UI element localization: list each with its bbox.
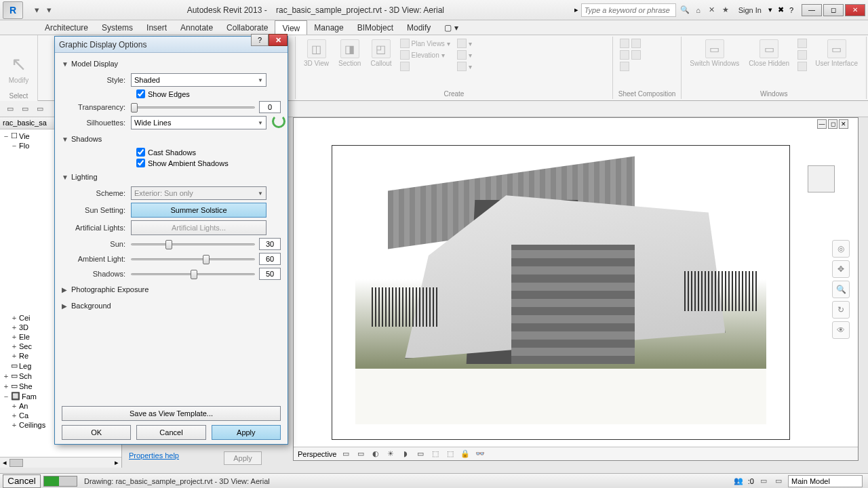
- tb-icon[interactable]: ▭: [34, 103, 46, 115]
- tile-icon[interactable]: [796, 61, 808, 72]
- view-min-icon[interactable]: —: [817, 119, 827, 129]
- apply-button[interactable]: Apply: [212, 425, 281, 440]
- checkbox[interactable]: [136, 89, 145, 98]
- close-hidden-button[interactable]: ▭Close Hidden: [746, 38, 792, 68]
- checkbox[interactable]: [136, 148, 145, 157]
- properties-apply-button[interactable]: Apply: [224, 451, 262, 465]
- status-cancel-button[interactable]: Cancel: [3, 474, 41, 488]
- dup-icon[interactable]: ▾: [456, 38, 473, 49]
- properties-help-link[interactable]: Properties help: [129, 451, 179, 460]
- comm-icon[interactable]: ✖: [778, 5, 784, 14]
- tab-view[interactable]: View: [275, 20, 307, 35]
- 3d-canvas[interactable]: [332, 145, 790, 440]
- view-max-icon[interactable]: ◻: [828, 119, 837, 129]
- checkbox[interactable]: [136, 159, 145, 167]
- search-input[interactable]: [581, 3, 676, 17]
- tab-bimobject[interactable]: BIMobject: [351, 20, 400, 35]
- crop-region-icon[interactable]: ⬚: [445, 449, 456, 460]
- dialog-titlebar[interactable]: Graphic Display Options ? ✕: [55, 37, 288, 53]
- maximize-button[interactable]: ◻: [823, 4, 844, 16]
- sheet-icon-2[interactable]: [618, 49, 642, 60]
- transparency-value[interactable]: 0: [259, 101, 281, 113]
- plan-views-button[interactable]: Plan Views ▾: [399, 38, 452, 49]
- exchange-icon[interactable]: ✕: [706, 4, 718, 16]
- tab-architecture[interactable]: Architecture: [38, 20, 95, 35]
- subscription-icon[interactable]: ⌂: [692, 4, 705, 16]
- favorite-icon[interactable]: ★: [719, 4, 732, 16]
- sun-value[interactable]: 30: [259, 238, 281, 250]
- section-header[interactable]: ▼Model Display: [62, 57, 281, 70]
- sheet-icon-1[interactable]: [618, 38, 642, 49]
- look-icon[interactable]: 👁: [832, 321, 850, 339]
- section-header[interactable]: ▶Photographic Exposure: [62, 283, 281, 296]
- browser-scrollbar[interactable]: ◂▸: [0, 457, 121, 468]
- tab-modify[interactable]: Modify: [400, 20, 437, 35]
- section-header[interactable]: ▶Background: [62, 299, 281, 312]
- elevation-button[interactable]: Elevation ▾: [399, 49, 452, 60]
- zoom-icon[interactable]: 🔍: [832, 281, 850, 298]
- help-icon[interactable]: ?: [789, 6, 793, 14]
- signin-dropdown-icon[interactable]: ▾: [768, 5, 772, 14]
- ok-button[interactable]: OK: [62, 425, 131, 440]
- design-options-icon[interactable]: ▭: [773, 476, 784, 487]
- tab-collaborate[interactable]: Collaborate: [220, 20, 275, 35]
- view-close-icon[interactable]: ✕: [839, 119, 848, 129]
- tab-annotate[interactable]: Annotate: [174, 20, 220, 35]
- tab-systems[interactable]: Systems: [95, 20, 140, 35]
- legends-icon[interactable]: ▾: [456, 49, 473, 60]
- 3dview-button[interactable]: ◫3D View: [301, 38, 332, 68]
- shadow-icon[interactable]: ◗: [400, 449, 411, 460]
- tb-icon[interactable]: ▭: [19, 103, 31, 115]
- tab-extra-icon[interactable]: ▢ ▾: [437, 20, 465, 35]
- cascade-icon[interactable]: [796, 49, 808, 60]
- cast-shadows-checkbox[interactable]: Cast Shadows: [62, 148, 281, 157]
- main-model-combo[interactable]: Main Model: [788, 475, 863, 487]
- save-icon[interactable]: ▾: [43, 5, 54, 16]
- workset-icon[interactable]: 👥: [733, 476, 744, 487]
- ambient-shadows-checkbox[interactable]: Show Ambient Shadows: [62, 159, 281, 167]
- ambient-value[interactable]: 60: [259, 253, 281, 265]
- search-icon[interactable]: 🔍: [679, 4, 691, 16]
- section-header[interactable]: ▼Lighting: [62, 170, 281, 184]
- show-edges-checkbox[interactable]: Show Edges: [62, 89, 281, 98]
- tab-insert[interactable]: Insert: [140, 20, 174, 35]
- section-button[interactable]: ◨Section: [336, 38, 363, 68]
- sheet-icon-3[interactable]: [618, 61, 642, 72]
- section-header[interactable]: ▼Shadows: [62, 132, 281, 146]
- view-cube[interactable]: [808, 165, 835, 192]
- ambient-slider[interactable]: [131, 253, 255, 265]
- tb-icon[interactable]: ▭: [4, 103, 16, 115]
- save-template-button[interactable]: Save as View Template...: [62, 406, 281, 421]
- sun-setting-button[interactable]: Summer Solstice: [131, 203, 267, 218]
- detail-icon[interactable]: ▭: [355, 449, 366, 460]
- crop-icon[interactable]: ⬚: [430, 449, 441, 460]
- editable-only-icon[interactable]: ▭: [758, 476, 769, 487]
- user-interface-button[interactable]: ▭User Interface: [812, 38, 861, 68]
- cancel-button[interactable]: Cancel: [136, 425, 205, 440]
- shadows-value[interactable]: 50: [259, 268, 281, 280]
- replicate-icon[interactable]: [796, 38, 808, 49]
- steering-wheel-icon[interactable]: ◎: [832, 240, 850, 258]
- temp-hide-icon[interactable]: 👓: [475, 449, 486, 460]
- sun-path-icon[interactable]: ☀: [385, 449, 396, 460]
- callout-button[interactable]: ◰Callout: [368, 38, 394, 68]
- shadows-slider[interactable]: [131, 268, 255, 280]
- style-combo[interactable]: Shaded▼: [131, 73, 267, 87]
- open-icon[interactable]: ▾: [31, 5, 42, 16]
- switch-windows-button[interactable]: ▭Switch Windows: [687, 38, 742, 68]
- drafting-button[interactable]: [399, 61, 452, 72]
- tab-manage[interactable]: Manage: [307, 20, 350, 35]
- render-icon[interactable]: ▭: [415, 449, 426, 460]
- silhouettes-combo[interactable]: Wide Lines▼: [131, 116, 267, 129]
- signin-button[interactable]: Sign In: [734, 5, 766, 16]
- orbit-icon[interactable]: ↻: [832, 301, 850, 319]
- modify-cursor-icon[interactable]: ↖: [11, 53, 26, 75]
- app-menu-icon[interactable]: R: [3, 1, 23, 19]
- schedules-icon[interactable]: ▾: [456, 61, 473, 72]
- dialog-close-button[interactable]: ✕: [269, 34, 288, 46]
- perspective-label[interactable]: Perspective: [298, 450, 336, 458]
- close-button[interactable]: ✕: [845, 4, 865, 16]
- dialog-help-button[interactable]: ?: [251, 34, 269, 46]
- transparency-slider[interactable]: [131, 101, 255, 113]
- scale-icon[interactable]: ▭: [340, 449, 351, 460]
